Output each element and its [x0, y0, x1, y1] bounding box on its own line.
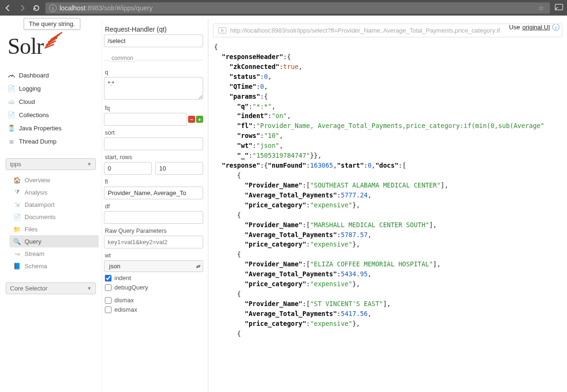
- select-arrows-icon: ▴▾: [196, 263, 200, 269]
- sidebar-sub-analysis[interactable]: ⧩Analysis: [9, 186, 99, 198]
- home-icon: 🏠: [13, 176, 21, 184]
- label-debugquery: debugQuery: [114, 284, 148, 291]
- sidebar-sub-schema[interactable]: 📘Schema: [9, 260, 99, 272]
- checkbox-dismax[interactable]: [105, 297, 112, 304]
- fq-remove-button[interactable]: −: [188, 116, 195, 123]
- browser-toolbar: i localhost:8983/solr/#/ipps/query ☆: [0, 0, 567, 16]
- collections-icon: 📄: [8, 111, 15, 119]
- label-dismax: dismax: [114, 297, 134, 304]
- logging-icon: 📄: [8, 85, 15, 92]
- sidebar-sub-dataimport[interactable]: ⇲Dataimport: [9, 198, 99, 211]
- label-start-rows: start, rows: [105, 154, 203, 161]
- input-start[interactable]: [104, 162, 152, 175]
- input-raw-params[interactable]: [104, 236, 203, 248]
- folder-icon: 📁: [13, 225, 21, 233]
- cloud-icon: ☁️: [8, 98, 15, 105]
- sidebar-item-collections[interactable]: 📄Collections: [3, 108, 99, 121]
- input-sort[interactable]: [104, 137, 203, 150]
- input-df[interactable]: [104, 211, 203, 224]
- group-common: common: [110, 55, 135, 62]
- site-info-icon[interactable]: i: [49, 4, 57, 12]
- label-q: q: [105, 69, 203, 76]
- link-icon: ⎘: [218, 27, 226, 34]
- input-fl[interactable]: [104, 187, 203, 199]
- chevron-down-icon: ▼: [87, 286, 92, 291]
- input-rows[interactable]: [155, 162, 203, 175]
- input-fq[interactable]: [104, 113, 187, 126]
- checkbox-debugquery[interactable]: [105, 284, 112, 291]
- url-text: localhost:8983/solr/#/ipps/query: [60, 4, 153, 12]
- label-edismax: edismax: [114, 306, 137, 313]
- thread-icon: ≣: [8, 137, 15, 145]
- result-url-box[interactable]: ⎘ http://localhost:8983/solr/ipps/select…: [213, 24, 562, 37]
- core-select-ipps[interactable]: ipps ▼: [6, 158, 96, 170]
- sidebar-sub-files[interactable]: 📁Files: [9, 223, 99, 235]
- schema-icon: 📘: [13, 262, 21, 270]
- query-form: Request-Handler (qt) common q *:* fq − +…: [102, 19, 208, 392]
- sidebar-sub-overview[interactable]: 🏠Overview: [9, 174, 99, 186]
- label-wt: wt: [105, 252, 203, 259]
- doc-icon: 📄: [13, 213, 21, 221]
- svg-line-5: [54, 33, 61, 38]
- sidebar-item-thread-dump[interactable]: ≣Thread Dump: [3, 135, 99, 148]
- label-raw-params: Raw Query Parameters: [105, 228, 203, 234]
- solr-logo: Solr: [3, 24, 99, 68]
- funnel-icon: ⧩: [13, 188, 21, 196]
- result-panel: ⎘ http://localhost:8983/solr/ipps/select…: [208, 19, 567, 392]
- core-selector-dropdown[interactable]: Core Selector ▼: [6, 282, 96, 294]
- label-df: df: [105, 203, 203, 210]
- label-request-handler: Request-Handler (qt): [105, 26, 203, 33]
- select-wt[interactable]: json ▴▾: [104, 260, 203, 272]
- checkbox-indent[interactable]: [105, 275, 112, 281]
- sidebar-sub-stream[interactable]: ↝Stream: [9, 247, 99, 260]
- json-response: { "responseHeader":{ "zkConnected":true,…: [213, 42, 567, 339]
- sidebar-item-java-properties[interactable]: 🫙Java Properties: [3, 121, 99, 135]
- label-indent: indent: [114, 274, 131, 281]
- stream-icon: ↝: [13, 250, 21, 257]
- label-fl: fl: [105, 179, 203, 185]
- address-bar[interactable]: i localhost:8983/solr/#/ipps/query ☆: [45, 2, 550, 14]
- jar-icon: 🫙: [8, 124, 15, 132]
- result-url: http://localhost:8983/solr/ipps/select?f…: [230, 27, 500, 34]
- sidebar-sub-query[interactable]: 🔍Query: [9, 235, 99, 247]
- back-button[interactable]: [3, 3, 13, 13]
- solr-logo-icon: [43, 28, 64, 50]
- sidebar-item-cloud[interactable]: ☁️Cloud: [3, 95, 99, 108]
- import-icon: ⇲: [13, 201, 21, 208]
- reload-button[interactable]: [31, 3, 42, 13]
- sidebar-item-logging[interactable]: 📄Logging: [3, 82, 99, 95]
- cast-icon[interactable]: [554, 4, 564, 12]
- forward-button[interactable]: [17, 3, 27, 13]
- label-fq: fq: [105, 105, 203, 111]
- chevron-down-icon: ▼: [87, 162, 92, 167]
- input-q[interactable]: *:*: [104, 77, 203, 100]
- dashboard-icon: [8, 71, 15, 79]
- sidebar: Solr Dashboard📄Logging☁️Cloud📄Collection…: [0, 19, 102, 392]
- sidebar-sub-documents[interactable]: 📄Documents: [9, 211, 99, 223]
- sidebar-item-dashboard[interactable]: Dashboard: [3, 68, 99, 82]
- input-request-handler[interactable]: [104, 34, 203, 47]
- search-icon: 🔍: [13, 238, 21, 245]
- fq-add-button[interactable]: +: [196, 116, 203, 123]
- label-sort: sort: [105, 129, 203, 136]
- bookmark-star-icon[interactable]: ☆: [536, 4, 546, 12]
- checkbox-edismax[interactable]: [105, 307, 112, 313]
